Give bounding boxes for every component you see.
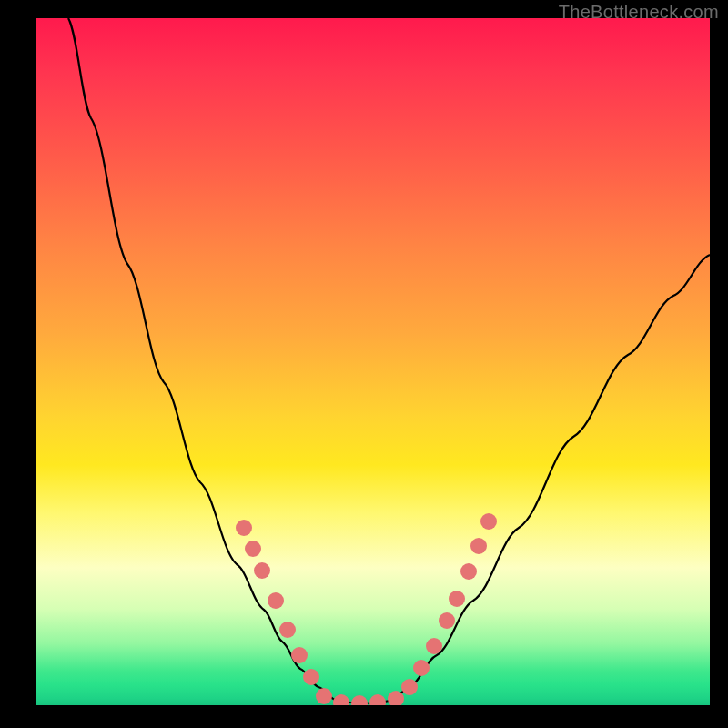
data-marker: [291, 647, 308, 663]
data-marker: [413, 660, 430, 676]
data-marker: [316, 688, 332, 704]
watermark-text: TheBottleneck.com: [559, 2, 719, 23]
data-marker: [279, 622, 296, 638]
data-marker: [401, 679, 418, 695]
data-marker: [268, 592, 284, 609]
data-marker: [333, 694, 349, 705]
chart-svg: [36, 18, 710, 705]
data-marker: [303, 669, 319, 685]
data-marker: [351, 695, 368, 705]
marker-group: [236, 513, 497, 705]
data-marker: [254, 562, 270, 579]
curve-right: [391, 255, 710, 701]
data-marker: [449, 591, 465, 607]
data-marker: [369, 694, 386, 705]
data-marker: [245, 541, 261, 557]
data-marker: [480, 513, 497, 530]
curve-left: [68, 18, 337, 701]
data-marker: [236, 520, 252, 536]
data-marker: [470, 538, 487, 554]
data-marker: [460, 563, 477, 580]
data-marker: [426, 638, 442, 654]
chart-frame: TheBottleneck.com: [0, 0, 728, 728]
plot-area: [36, 18, 710, 705]
data-marker: [439, 612, 455, 629]
